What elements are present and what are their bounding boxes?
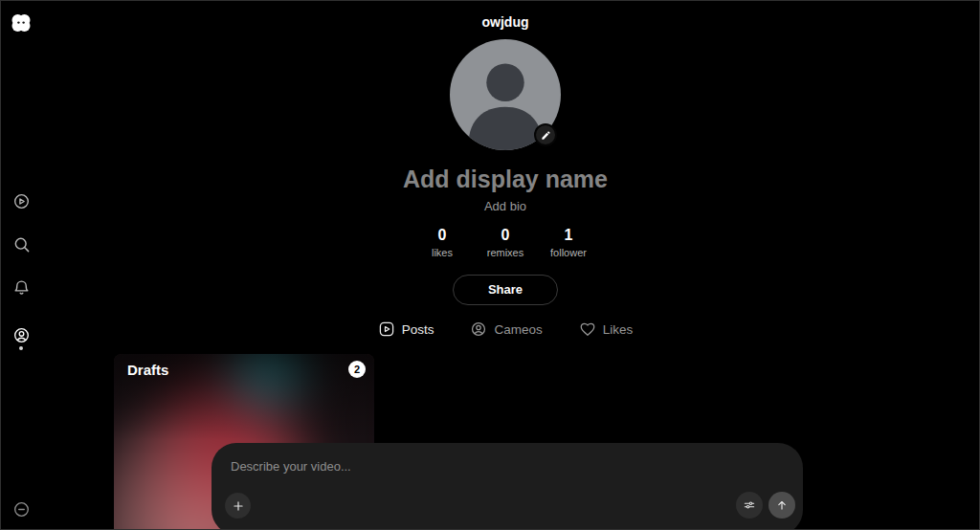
share-button[interactable]: Share bbox=[453, 275, 558, 305]
stat-remixes-value: 0 bbox=[485, 227, 525, 244]
pencil-icon bbox=[541, 130, 551, 141]
play-circle-icon[interactable] bbox=[11, 191, 31, 210]
heart-icon bbox=[579, 320, 596, 338]
stat-follower[interactable]: 1 follower bbox=[548, 227, 589, 258]
profile-stats: 0 likes 0 remixes 1 follower bbox=[30, 227, 980, 258]
sidebar bbox=[1, 1, 43, 529]
tab-cameos[interactable]: Cameos bbox=[470, 320, 542, 338]
stat-likes-value: 0 bbox=[422, 227, 462, 244]
active-indicator-dot bbox=[19, 346, 23, 350]
describe-video-input[interactable] bbox=[231, 459, 767, 486]
stat-likes-label: likes bbox=[422, 247, 462, 258]
person-icon bbox=[470, 320, 487, 338]
circle-dash-icon[interactable] bbox=[11, 499, 31, 519]
tab-posts-label: Posts bbox=[402, 322, 434, 337]
bell-icon[interactable] bbox=[11, 277, 31, 297]
profile-page: owjdug Add display name Add bio 0 li bbox=[30, 1, 980, 338]
stat-likes[interactable]: 0 likes bbox=[422, 227, 462, 258]
search-icon[interactable] bbox=[11, 234, 31, 254]
stat-remixes-label: remixes bbox=[485, 247, 525, 258]
add-display-name[interactable]: Add display name bbox=[30, 166, 980, 193]
video-prompt-composer bbox=[212, 443, 803, 530]
tab-likes[interactable]: Likes bbox=[579, 320, 634, 338]
posts-play-icon bbox=[378, 320, 395, 338]
arrow-up-icon bbox=[775, 498, 789, 512]
sliders-icon bbox=[743, 498, 756, 512]
drafts-count-badge: 2 bbox=[348, 361, 366, 378]
page-title-username: owjdug bbox=[30, 14, 980, 30]
stat-remixes[interactable]: 0 remixes bbox=[485, 227, 525, 258]
app-window: owjdug Add display name Add bio 0 li bbox=[0, 0, 980, 530]
stat-follower-value: 1 bbox=[548, 227, 589, 244]
tab-posts[interactable]: Posts bbox=[378, 320, 434, 338]
drafts-title: Drafts bbox=[127, 362, 168, 378]
add-bio[interactable]: Add bio bbox=[30, 199, 980, 213]
submit-prompt-button[interactable] bbox=[768, 492, 795, 519]
video-settings-button[interactable] bbox=[736, 492, 763, 519]
tab-cameos-label: Cameos bbox=[494, 322, 542, 337]
plus-icon bbox=[232, 499, 245, 513]
person-circle-icon[interactable] bbox=[11, 325, 31, 344]
add-attachment-button[interactable] bbox=[225, 493, 251, 519]
tab-likes-label: Likes bbox=[603, 322, 634, 337]
edit-avatar-button[interactable] bbox=[534, 123, 557, 146]
sora-logo[interactable] bbox=[10, 11, 33, 34]
avatar[interactable] bbox=[450, 39, 561, 150]
stat-follower-label: follower bbox=[548, 247, 589, 258]
profile-tabs: Posts Cameos Likes bbox=[30, 320, 980, 338]
